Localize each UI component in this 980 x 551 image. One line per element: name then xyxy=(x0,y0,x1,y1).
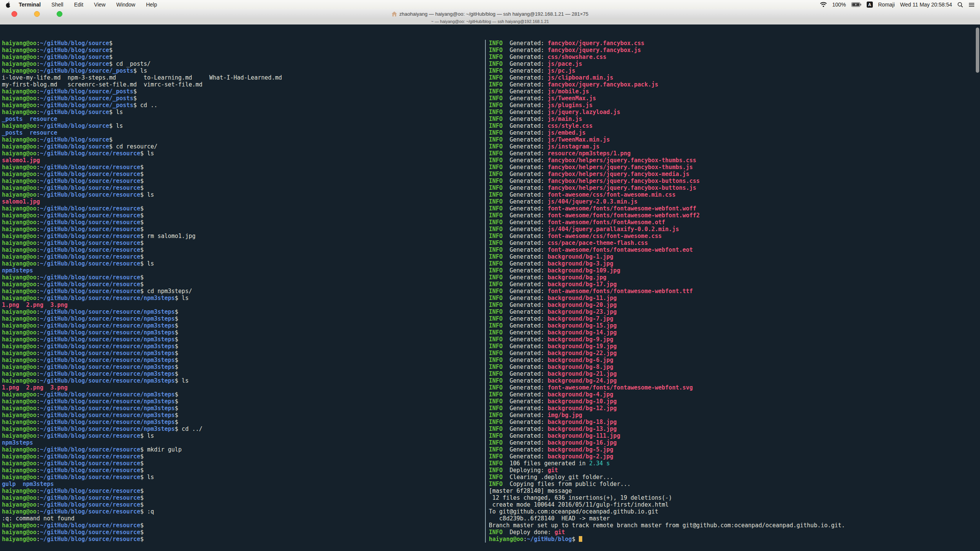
text-segment: : xyxy=(36,432,40,439)
menu-item-terminal[interactable]: Terminal xyxy=(13,2,46,8)
text-segment: Generated: xyxy=(503,370,547,377)
terminal-row: npm3steps xyxy=(2,267,484,274)
terminal-row: haiyang@oo:~/gitHub/blog/source/resource… xyxy=(2,522,484,529)
terminal-row: INFO Generated: background/bg-12.jpg xyxy=(489,405,980,412)
menu-item-help[interactable]: Help xyxy=(140,2,162,8)
tab-title[interactable]: ~ — haiyang@oo: ~/gitHub/blog — ssh haiy… xyxy=(431,19,549,24)
text-segment: $ xyxy=(140,453,144,460)
text-segment: haiyang@oo xyxy=(2,60,36,67)
text-segment: haiyang@oo xyxy=(2,522,36,529)
tab-bar[interactable]: ~ — haiyang@oo: ~/gitHub/blog — ssh haiy… xyxy=(0,18,980,25)
text-segment: resource/npm3steps/1.png xyxy=(548,150,631,157)
text-segment: $ xyxy=(140,240,144,246)
text-segment: git xyxy=(548,467,558,474)
text-segment: haiyang@oo xyxy=(2,88,36,95)
text-segment: : xyxy=(36,412,40,419)
text-segment: : xyxy=(36,308,40,315)
terminal-row: haiyang@oo:~/gitHub/blog/source/resource… xyxy=(2,446,484,453)
battery-icon[interactable] xyxy=(851,2,861,7)
text-segment: : xyxy=(36,357,40,364)
text-segment: ~/gitHub/blog/source/_posts xyxy=(40,102,133,109)
text-segment: : xyxy=(36,150,40,157)
terminal-row: i-love-my-life.md npm-3-steps.md to-Lear… xyxy=(2,74,484,81)
text-segment: haiyang@oo xyxy=(2,536,36,543)
terminal-row: INFO Generated: background/bg-17.jpg xyxy=(489,281,980,288)
text-segment: $ xyxy=(140,253,144,260)
text-segment: $ xyxy=(175,315,178,322)
text-segment: $ ls xyxy=(140,260,154,267)
text-segment: $ xyxy=(175,329,178,336)
text-segment: background/bg-18.jpg xyxy=(548,419,617,425)
text-segment: Generated: xyxy=(503,398,547,405)
text-segment: Copying files from public folder... xyxy=(503,481,630,487)
text-segment: INFO xyxy=(489,308,503,315)
text-segment: Generated: xyxy=(503,308,547,315)
text-segment: ~/gitHub/blog/source/resource xyxy=(40,171,140,178)
text-segment: Generated: xyxy=(503,246,547,253)
terminal-row: haiyang@oo:~/gitHub/blog/source/resource… xyxy=(2,329,484,336)
apple-menu-icon[interactable] xyxy=(5,2,11,8)
text-segment: ~/gitHub/blog/source/resource/npm3steps xyxy=(40,329,175,336)
text-segment: my-first-blog.md screenrc-set-file.md vi… xyxy=(2,81,203,88)
text-segment: : xyxy=(36,253,40,260)
pane-left[interactable]: haiyang@oo:~/gitHub/blog/source$haiyang@… xyxy=(0,40,484,543)
text-segment: : xyxy=(36,288,40,295)
text-segment: ~/gitHub/blog/source/_posts xyxy=(40,88,133,95)
text-segment: : xyxy=(36,88,40,95)
notification-center-icon[interactable] xyxy=(969,2,975,7)
text-segment: INFO xyxy=(489,233,503,240)
text-segment: haiyang@oo xyxy=(2,329,36,336)
text-segment: INFO xyxy=(489,246,503,253)
window-titlebar[interactable]: zhaohaiyang — haiyang@oo: ~/gitHub/blog … xyxy=(0,9,980,19)
menu-clock[interactable]: Wed 11 May 20:58:54 xyxy=(900,2,952,8)
spotlight-search-icon[interactable] xyxy=(957,2,963,8)
home-icon xyxy=(392,11,397,16)
menu-item-window[interactable]: Window xyxy=(111,2,141,8)
text-segment: haiyang@oo xyxy=(2,322,36,329)
text-segment: salomo1.jpg xyxy=(2,157,40,164)
text-segment: $ ls xyxy=(109,122,123,129)
input-source-name[interactable]: Romaji xyxy=(878,2,895,8)
text-segment: fancybox/helpers/jquery.fancybox-buttons… xyxy=(548,178,700,184)
wifi-icon[interactable] xyxy=(820,2,827,7)
text-segment: $ xyxy=(140,205,144,212)
terminal-row: haiyang@oo:~/gitHub/blog/source/resource… xyxy=(2,412,484,419)
terminal-row: INFO Generated: fancybox/helpers/jquery.… xyxy=(489,164,980,171)
text-segment: $ xyxy=(140,226,144,233)
text-segment: haiyang@oo xyxy=(2,405,36,412)
minimize-button[interactable] xyxy=(34,11,40,17)
terminal-row: haiyang@oo:~/gitHub/blog/source$ ls xyxy=(2,109,484,116)
text-segment: $ xyxy=(109,47,113,54)
text-segment: Generated: xyxy=(503,267,547,274)
pane-right[interactable]: INFO Generated: fancybox/jquery.fancybox… xyxy=(487,40,980,543)
terminal-row: INFO Generated: background/bg-109.jpg xyxy=(489,267,980,274)
scrollbar-thumb[interactable] xyxy=(976,28,979,73)
terminal-row: INFO Generated: background/bg-16.jpg xyxy=(489,439,980,446)
zoom-button[interactable] xyxy=(57,11,62,17)
close-button[interactable] xyxy=(11,11,17,17)
text-segment: ~/gitHub/blog/source xyxy=(40,136,109,143)
menu-item-edit[interactable]: Edit xyxy=(69,2,88,8)
text-segment: Generated: xyxy=(503,81,547,88)
pane-divider[interactable] xyxy=(484,40,487,543)
terminal-row: haiyang@oo:~/gitHub/blog/source/resource… xyxy=(2,281,484,288)
block-cursor xyxy=(579,536,582,542)
terminal-row: INFO Generated: background/bg-22.jpg xyxy=(489,350,980,357)
text-segment: $ xyxy=(133,95,137,102)
terminal-row: haiyang@oo:~/gitHub/blog/source/resource… xyxy=(2,350,484,357)
text-segment: npm3steps xyxy=(2,439,33,446)
input-source-icon[interactable]: A xyxy=(867,2,873,8)
text-segment: $ xyxy=(175,364,178,370)
text-segment: INFO xyxy=(489,446,503,453)
battery-percent: 100% xyxy=(832,2,846,8)
menu-item-shell[interactable]: Shell xyxy=(46,2,69,8)
menu-item-view[interactable]: View xyxy=(89,2,111,8)
text-segment: ~/gitHub/blog/source/resource/npm3steps xyxy=(40,425,175,432)
text-segment: $ ls xyxy=(109,109,123,116)
text-segment: Generated: xyxy=(503,191,547,198)
terminal-row: haiyang@oo:~/gitHub/blog/source/resource… xyxy=(2,315,484,322)
text-segment: $ xyxy=(175,370,178,377)
text-segment: INFO xyxy=(489,295,503,302)
terminal-row: INFO Generated: background/bg-13.jpg xyxy=(489,425,980,432)
terminal-row: INFO Generated: fancybox/helpers/jquery.… xyxy=(489,171,980,178)
